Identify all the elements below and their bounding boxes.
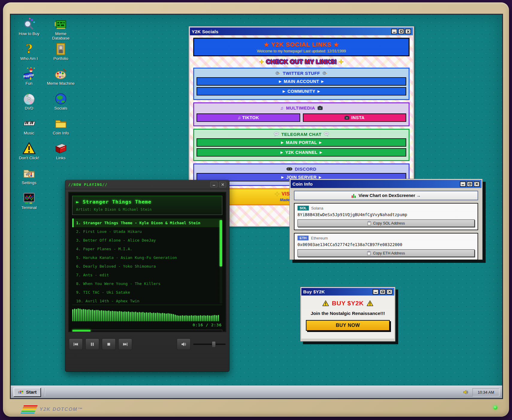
- bird-icon: [275, 71, 280, 76]
- playlist-scrollbar[interactable]: [220, 219, 222, 304]
- stop-button[interactable]: [102, 339, 116, 350]
- question-mark-icon: ?: [22, 43, 36, 56]
- scrollbar-thumb[interactable]: [220, 220, 222, 266]
- sol-address: 8YiB8B43EwDeSx5Jp91VQjgBU4mfCgVvyNahadtz…: [297, 212, 475, 217]
- copy-sol-button[interactable]: Copy SOL Address: [297, 219, 475, 227]
- playlist-item[interactable]: 4. Paper Planes - M.I.A.: [72, 245, 222, 253]
- maximize-button[interactable]: [380, 289, 386, 295]
- now-playing-title: ► Stranger Things Theme: [76, 199, 218, 205]
- mute-button[interactable]: [177, 339, 191, 350]
- desktop-icon-dont-click[interactable]: Don't Click!: [13, 142, 45, 167]
- windows-flag-icon: [18, 389, 24, 395]
- desktop-icon-coin-info[interactable]: Coin Info: [45, 117, 77, 142]
- icon-label: Meme Machine: [47, 81, 75, 86]
- circuit-card-icon: [54, 18, 67, 31]
- warning-icon: [367, 300, 373, 306]
- clipboard-icon: [367, 251, 371, 255]
- desktop-icon-meme-database[interactable]: Meme Database: [45, 18, 77, 43]
- main-account-button[interactable]: ► MAIN ACCOUNT ►: [197, 77, 406, 86]
- desktop-icon-music[interactable]: Music: [13, 117, 45, 142]
- maximize-button[interactable]: [398, 29, 404, 34]
- volume-slider[interactable]: [193, 344, 226, 345]
- sol-badge: SOL: [297, 206, 309, 210]
- framed-painting-icon: [54, 43, 67, 56]
- play-icon: ►: [76, 199, 79, 205]
- tiktok-button[interactable]: ♫ TIKTOK: [197, 113, 300, 122]
- desktop-icon-socials[interactable]: Socials: [45, 92, 77, 117]
- minimize-button[interactable]: [210, 182, 218, 187]
- player-titlebar[interactable]: //NOW PLAYING//: [65, 180, 229, 189]
- taskbar-clock[interactable]: 10:34 AM: [472, 388, 499, 396]
- check-out-heading: CHECK OUT MY LINKS!: [193, 58, 410, 65]
- close-icon[interactable]: [219, 182, 226, 187]
- bird-icon: [322, 71, 327, 76]
- playlist: 1. Stranger Things Theme - Kyle Dixon & …: [72, 219, 222, 305]
- divider: [72, 305, 222, 305]
- icon-label: Don't Click!: [19, 156, 39, 160]
- playlist-item[interactable]: 10. Avril 14th - Aphex Twin: [72, 297, 222, 305]
- previous-track-button[interactable]: [69, 339, 83, 350]
- buy-window-title: Buy $Y2K: [303, 289, 373, 294]
- time-display: 0:16 / 2:36: [73, 323, 222, 327]
- maximize-button[interactable]: [467, 181, 473, 187]
- next-track-button[interactable]: [118, 339, 132, 350]
- playlist-item[interactable]: 5. Haruka Kanata - Asian Kung-Fu Generat…: [72, 253, 222, 262]
- player-screen: ► Stranger Things Theme Artist: Kyle Dix…: [68, 192, 226, 332]
- icon-label: Settings: [22, 181, 37, 185]
- desktop-icon-settings[interactable]: Settings: [13, 167, 45, 192]
- coin-titlebar[interactable]: Coin Info: [291, 180, 481, 188]
- close-icon[interactable]: [405, 29, 411, 34]
- desktop-icon-meme-machine[interactable]: Meme Machine: [45, 67, 77, 92]
- warning-icon: [322, 300, 329, 306]
- start-label: Start: [26, 389, 37, 395]
- pause-button[interactable]: [85, 339, 99, 350]
- buy-now-button[interactable]: BUY NOW: [306, 320, 390, 331]
- minimize-button[interactable]: [460, 181, 466, 187]
- icon-label: Who Am I: [20, 56, 38, 61]
- now-playing-artist: Artist: Kyle Dixon & Michael Stein: [76, 207, 218, 212]
- desktop-icon-portfolio[interactable]: Portfolio: [45, 43, 77, 67]
- desktop-icon-dvd[interactable]: ♪ DVD: [13, 92, 45, 117]
- telegram-section-header: TELEGRAM CHAT: [197, 132, 406, 137]
- progress-bar[interactable]: [72, 330, 222, 332]
- twitter-section-header: TWITTER STUFF: [197, 71, 406, 76]
- clipboard-icon: [367, 221, 371, 225]
- insta-button[interactable]: INSTA: [303, 113, 407, 122]
- playlist-item[interactable]: 7. Ants - edit: [72, 271, 222, 279]
- copy-eth-button[interactable]: Copy ETH Address: [297, 249, 475, 257]
- desktop-icon-links[interactable]: Links: [45, 142, 77, 167]
- volume-tray-icon[interactable]: [461, 388, 470, 396]
- cd-disc-music-note-icon: ♪: [22, 92, 36, 105]
- desktop-icon-fun[interactable]: PopUp Fun: [13, 67, 45, 92]
- yellow-folder-icon: [54, 117, 67, 130]
- playlist-item[interactable]: 2. First Love - Utada Hikaru: [72, 227, 222, 236]
- desktop-icon-terminal[interactable]: Terminal: [13, 192, 45, 216]
- minimize-button[interactable]: [373, 289, 379, 295]
- close-icon[interactable]: [386, 289, 392, 295]
- y2k-channel-button[interactable]: ► Y2K CHANNEL ►: [197, 148, 406, 157]
- buy-subline: Join the Nostalgic Renaissance!!!: [306, 311, 390, 316]
- progress-fill: [73, 330, 90, 332]
- socials-banner: ★ Y2K SOCIAL LINKS ★ Welcome to my homep…: [193, 38, 410, 56]
- socials-titlebar[interactable]: Y2K Socials: [190, 28, 413, 35]
- volume-thumb[interactable]: [212, 341, 216, 348]
- playlist-item[interactable]: 6. Dearly Beloved - Yoko Shimomura: [72, 262, 222, 271]
- desktop-icon-who-am-i[interactable]: ? Who Am I: [13, 43, 45, 67]
- buy-headline: BUY $Y2K: [306, 300, 390, 307]
- close-icon[interactable]: [474, 181, 480, 187]
- minimize-button[interactable]: [391, 29, 397, 34]
- playlist-item[interactable]: 8. When You Were Young - The Killers: [72, 279, 222, 288]
- buy-titlebar[interactable]: Buy $Y2K: [301, 288, 394, 295]
- game-controller-icon: [286, 167, 292, 171]
- community-button[interactable]: ► COMMUNITY ►: [197, 87, 406, 95]
- desktop-icon-how-to-buy[interactable]: How to Buy: [13, 18, 45, 43]
- playlist-item[interactable]: 9. TIC TAC - Uki Satake: [72, 288, 222, 297]
- piano-keyboard-icon: [22, 117, 36, 130]
- terminal-screen-icon: [22, 192, 36, 205]
- main-portal-button[interactable]: ► MAIN PORTAL ►: [197, 138, 406, 147]
- playlist-item[interactable]: 1. Stranger Things Theme - Kyle Dixon & …: [72, 219, 222, 227]
- music-player-window: //NOW PLAYING// ► Stranger Things Theme …: [65, 180, 229, 372]
- playlist-item[interactable]: 3. Better Off Alone - Alice DeeJay: [72, 236, 222, 245]
- view-chart-button[interactable]: View Chart on DexScreener →: [294, 191, 478, 200]
- start-button[interactable]: Start: [13, 388, 41, 397]
